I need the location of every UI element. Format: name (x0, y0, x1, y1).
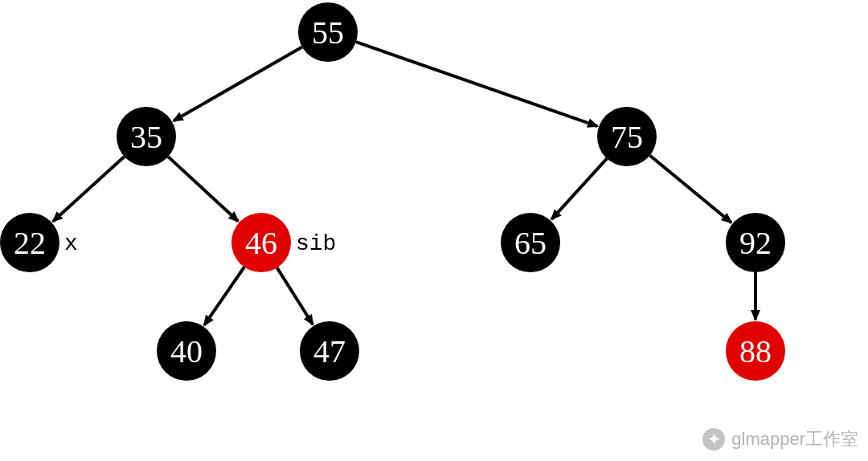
wechat-icon: ✦ (702, 428, 725, 451)
tree-node-47: 47 (300, 321, 359, 381)
edge-55-75 (356, 42, 597, 126)
edge-35-46 (168, 157, 238, 221)
edge-46-40 (204, 267, 244, 324)
tree-node-55: 55 (298, 2, 358, 62)
edge-55-35 (174, 47, 302, 120)
tree-node-65: 65 (501, 213, 560, 272)
tree-node-75: 75 (597, 107, 657, 166)
tree-node-88: 88 (726, 321, 785, 381)
watermark: ✦ glmapper工作室 (702, 427, 858, 451)
annotation-x: x (64, 231, 78, 256)
watermark-text: glmapper工作室 (731, 427, 858, 451)
edge-46-47 (277, 267, 313, 324)
annotation-sib: sib (296, 231, 336, 256)
tree-node-92: 92 (726, 213, 785, 272)
edge-35-22 (53, 157, 125, 222)
tree-node-46: 46 (231, 213, 291, 272)
tree-node-35: 35 (117, 107, 176, 166)
tree-node-40: 40 (157, 321, 216, 381)
edge-75-92 (650, 156, 731, 223)
edge-75-65 (551, 158, 607, 219)
tree-node-22: 22 (0, 213, 59, 272)
